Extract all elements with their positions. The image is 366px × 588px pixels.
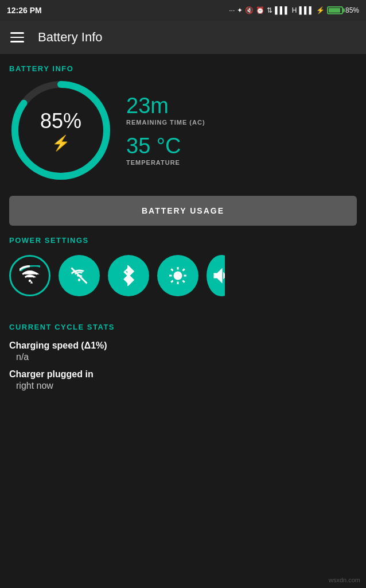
status-time: 12:26 PM — [7, 6, 42, 15]
wifi-toggle-button[interactable] — [9, 255, 50, 296]
power-icons-row — [9, 250, 357, 301]
watermark: wsxdn.com — [329, 577, 360, 583]
app-bar: Battery Info — [0, 21, 366, 54]
sync-icon: ⇅ — [267, 6, 272, 14]
battery-info-section-label: BATTERY INFO — [9, 54, 357, 79]
wifi-outline-icon — [20, 265, 40, 286]
status-icons: ··· ✦ 🔇 ⏰ ⇅ ▌▌▌ H ▌▌▌ ⚡ 85% — [229, 6, 359, 14]
wifi-off-button[interactable] — [59, 255, 100, 296]
svg-point-1 — [78, 278, 81, 281]
signal-bars-2: ▌▌▌ — [299, 6, 314, 14]
volume-icon — [211, 265, 232, 286]
status-bar: 12:26 PM ··· ✦ 🔇 ⏰ ⇅ ▌▌▌ H ▌▌▌ ⚡ 85% — [0, 0, 366, 21]
charger-plugged-value: right now — [9, 380, 357, 391]
battery-percent-display: 85% — [40, 109, 81, 133]
svg-line-10 — [171, 280, 173, 282]
mute-icon: 🔇 — [245, 6, 254, 14]
svg-point-0 — [29, 280, 32, 283]
hamburger-menu-button[interactable] — [10, 32, 24, 42]
svg-point-3 — [174, 272, 182, 280]
battery-circle-gauge: 85% ⚡ — [9, 79, 112, 182]
power-settings-label: POWER SETTINGS — [9, 226, 357, 250]
bluetooth-icon — [118, 265, 139, 286]
charging-bolt: ⚡ — [316, 6, 325, 14]
remaining-time-label: REMAINING TIME (AC) — [126, 119, 357, 126]
remaining-time-value: 23m — [126, 95, 357, 117]
wifi-off-icon — [69, 265, 89, 286]
alarm-icon: ⏰ — [256, 6, 264, 14]
bluetooth-status-icon: ✦ — [237, 6, 243, 14]
volume-button[interactable] — [207, 255, 236, 296]
cycle-stats-section: CURRENT CYCLE STATS Charging speed (Δ1%)… — [9, 310, 357, 394]
battery-bar — [327, 6, 343, 14]
temperature-stat: 35 °C TEMPERATURE — [126, 135, 357, 166]
cycle-stats-label: CURRENT CYCLE STATS — [9, 312, 357, 337]
battery-info-section: 85% ⚡ 23m REMAINING TIME (AC) 35 °C TEMP… — [9, 79, 357, 191]
svg-line-6 — [171, 269, 173, 270]
remaining-time-stat: 23m REMAINING TIME (AC) — [126, 95, 357, 126]
main-content: BATTERY INFO 85% ⚡ 23m REMAINING TIME (A… — [0, 54, 366, 408]
charging-speed-row: Charging speed (Δ1%) n/a — [9, 337, 357, 366]
svg-marker-12 — [214, 268, 223, 284]
charging-bolt-icon: ⚡ — [52, 134, 70, 152]
signal-bars-1: ▌▌▌ — [275, 6, 290, 14]
svg-line-11 — [182, 269, 184, 270]
bluetooth-button[interactable] — [108, 255, 149, 296]
charging-speed-value: n/a — [9, 351, 357, 362]
battery-usage-button[interactable]: BATTERY USAGE — [9, 196, 357, 226]
signal-dots: ··· — [229, 6, 235, 14]
brightness-icon — [168, 265, 188, 286]
charger-plugged-row: Charger plugged in right now — [9, 366, 357, 394]
svg-line-7 — [182, 280, 184, 282]
temperature-value: 35 °C — [126, 135, 357, 157]
charging-speed-label: Charging speed (Δ1%) — [9, 341, 357, 351]
h-indicator: H — [292, 6, 297, 14]
battery-stats: 23m REMAINING TIME (AC) 35 °C TEMPERATUR… — [126, 95, 357, 166]
power-settings-section: POWER SETTINGS — [9, 226, 357, 310]
app-title: Battery Info — [38, 30, 103, 45]
charger-plugged-label: Charger plugged in — [9, 369, 357, 380]
temperature-label: TEMPERATURE — [126, 159, 357, 166]
brightness-button[interactable] — [157, 255, 198, 296]
circle-inner: 85% ⚡ — [40, 109, 81, 152]
battery-percent-status: 85% — [345, 6, 359, 14]
